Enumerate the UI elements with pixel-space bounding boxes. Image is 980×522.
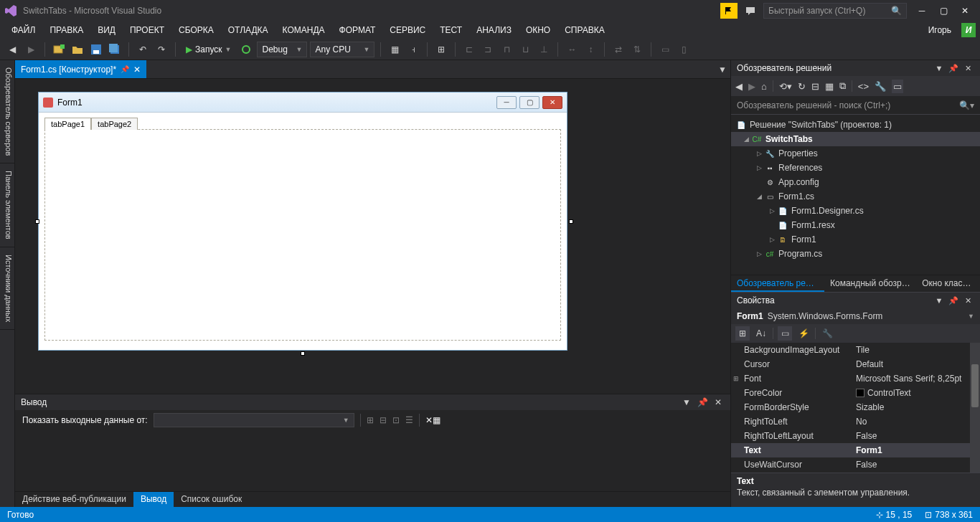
align-grid-icon[interactable]: ▦: [387, 42, 402, 57]
user-name[interactable]: Игорь: [923, 23, 957, 37]
output-close-icon[interactable]: ✕: [712, 396, 725, 409]
tab-team-explorer[interactable]: Командный обозре...: [824, 275, 916, 292]
file-tab-form1[interactable]: Form1.cs [Конструктор]* 📌 ✕: [15, 60, 146, 78]
output-clear-icon[interactable]: ✕▦: [425, 415, 440, 425]
property-row[interactable]: UseWaitCursorFalse: [731, 457, 980, 472]
sx-designer-icon[interactable]: ▭: [892, 80, 903, 93]
order2-icon[interactable]: ▯: [676, 42, 692, 57]
layout-icon[interactable]: ⊞: [433, 42, 449, 57]
tab-solution-explorer[interactable]: Обозреватель реше...: [731, 275, 824, 292]
size2-icon[interactable]: ⇅: [629, 42, 645, 57]
props-properties-icon[interactable]: ▭: [778, 326, 792, 341]
tree-appconfig[interactable]: ⚙ App.config: [731, 175, 980, 189]
menu-project[interactable]: ПРОЕКТ: [123, 23, 171, 37]
tree-project[interactable]: ◢ C# SwitchTabs: [731, 132, 980, 146]
quick-launch-input[interactable]: Быстрый запуск (Ctrl+Q) 🔍: [763, 3, 907, 19]
notification-flag-icon[interactable]: [720, 3, 738, 19]
property-row[interactable]: RightToLeftNo: [731, 414, 980, 429]
expand-icon[interactable]: ▷: [754, 150, 764, 157]
sx-properties-icon[interactable]: 🔧: [875, 81, 886, 92]
property-value[interactable]: False: [856, 460, 980, 470]
tab-control[interactable]: tabPage1 tabPage2: [44, 117, 561, 344]
props-categorized-icon[interactable]: ⊞: [735, 326, 750, 341]
props-close-icon[interactable]: ✕: [961, 294, 974, 307]
menu-help[interactable]: СПРАВКА: [557, 23, 612, 37]
server-explorer-tab[interactable]: Обозреватель серверов: [0, 60, 14, 163]
spacing1-icon[interactable]: ↔: [564, 42, 580, 57]
form-designer[interactable]: Form1 ─ ▢ ✕ tabPage1 tabPage2: [15, 79, 730, 394]
property-value[interactable]: Sizable: [856, 402, 980, 412]
feedback-icon[interactable]: [742, 3, 759, 19]
resize-handle[interactable]: [569, 219, 573, 224]
menu-team[interactable]: КОМАНДА: [275, 23, 332, 37]
tabpage-content[interactable]: [44, 129, 561, 341]
nav-forward-button[interactable]: ▶: [23, 42, 39, 57]
property-value[interactable]: Form1: [856, 445, 980, 455]
tree-form1class[interactable]: ▷ 🗎 Form1: [731, 232, 980, 247]
tree-form1designer[interactable]: ▷ 📄 Form1.Designer.cs: [731, 204, 980, 218]
resize-handle[interactable]: [35, 219, 39, 224]
sx-refresh-icon[interactable]: ↻: [798, 81, 806, 92]
expand-icon[interactable]: ▷: [754, 164, 764, 171]
menu-test[interactable]: ТЕСТ: [433, 23, 469, 37]
data-sources-tab[interactable]: Источники данных: [0, 247, 14, 330]
sx-fwd-icon[interactable]: ▶: [748, 81, 755, 92]
menu-build[interactable]: СБОРКА: [171, 23, 221, 37]
sx-back-icon[interactable]: ◀: [735, 81, 743, 92]
tabpage1[interactable]: tabPage1: [44, 118, 91, 130]
design-form-window[interactable]: Form1 ─ ▢ ✕ tabPage1 tabPage2: [38, 92, 567, 351]
sx-home-icon[interactable]: ⌂: [761, 81, 767, 92]
save-button[interactable]: [88, 42, 104, 57]
sx-showall-icon[interactable]: ▦: [825, 81, 834, 92]
menu-format[interactable]: ФОРМАТ: [332, 23, 383, 37]
pin-icon[interactable]: 📌: [121, 65, 129, 73]
output-btn4-icon[interactable]: ☰: [405, 415, 413, 425]
size1-icon[interactable]: ⇄: [611, 42, 626, 57]
expand-icon[interactable]: ▷: [767, 207, 777, 214]
maximize-button[interactable]: ▢: [933, 3, 954, 19]
output-btn2-icon[interactable]: ⊟: [380, 415, 387, 425]
spacing2-icon[interactable]: ↕: [583, 42, 598, 57]
props-settings-icon[interactable]: 🔧: [820, 326, 834, 341]
scrollbar[interactable]: [970, 343, 980, 473]
tab-output[interactable]: Вывод: [133, 492, 174, 507]
save-all-button[interactable]: [107, 42, 123, 57]
property-row[interactable]: TextForm1: [731, 443, 980, 457]
tree-programcs[interactable]: ▷ c# Program.cs: [731, 247, 980, 261]
platform-combo[interactable]: Any CPU▼: [310, 42, 374, 57]
output-pin-icon[interactable]: 📌: [696, 396, 709, 409]
menu-view[interactable]: ВИД: [90, 23, 123, 37]
output-body[interactable]: [15, 430, 730, 491]
props-dropdown-icon[interactable]: ▼: [933, 294, 946, 307]
nav-back-button[interactable]: ◀: [4, 42, 20, 57]
user-avatar[interactable]: И: [961, 23, 976, 37]
expand-icon[interactable]: ◢: [754, 193, 764, 200]
output-dropdown-icon[interactable]: ▼: [680, 396, 693, 409]
solution-tree[interactable]: 📄 Решение "SwitchTabs" (проектов: 1) ◢ C…: [731, 115, 980, 275]
new-project-button[interactable]: [51, 42, 67, 57]
resize-handle[interactable]: [301, 351, 305, 356]
solution-search-input[interactable]: Обозреватель решений - поиск (Ctrl+;) 🔍▾: [731, 96, 980, 115]
tab-dropdown-icon[interactable]: ▼: [715, 60, 730, 78]
tree-references[interactable]: ▷ ▪▪ References: [731, 161, 980, 175]
property-row[interactable]: CursorDefault: [731, 357, 980, 371]
menu-tools[interactable]: СЕРВИС: [382, 23, 433, 37]
tabpage2[interactable]: tabPage2: [91, 118, 138, 130]
open-file-button[interactable]: [70, 42, 85, 57]
props-pin-icon[interactable]: 📌: [947, 294, 960, 307]
menu-analyze[interactable]: АНАЛИЗ: [469, 23, 519, 37]
panel-pin-icon[interactable]: 📌: [947, 62, 960, 75]
align2-icon[interactable]: ⊐: [480, 42, 496, 57]
sx-collapse-icon[interactable]: ⊟: [811, 81, 819, 92]
debug-target-button[interactable]: [238, 42, 254, 57]
props-events-icon[interactable]: ⚡: [796, 326, 811, 341]
undo-button[interactable]: ↶: [135, 42, 151, 57]
property-row[interactable]: ForeColorControlText: [731, 386, 980, 400]
order1-icon[interactable]: ▭: [657, 42, 673, 57]
close-tab-icon[interactable]: ✕: [133, 65, 141, 75]
sx-sync-icon[interactable]: ⟲▾: [779, 81, 792, 92]
minimize-button[interactable]: ─: [911, 3, 933, 19]
sx-copy-icon[interactable]: ⧉: [839, 80, 846, 92]
tree-properties[interactable]: ▷ 🔧 Properties: [731, 146, 980, 161]
align4-icon[interactable]: ⊔: [517, 42, 533, 57]
